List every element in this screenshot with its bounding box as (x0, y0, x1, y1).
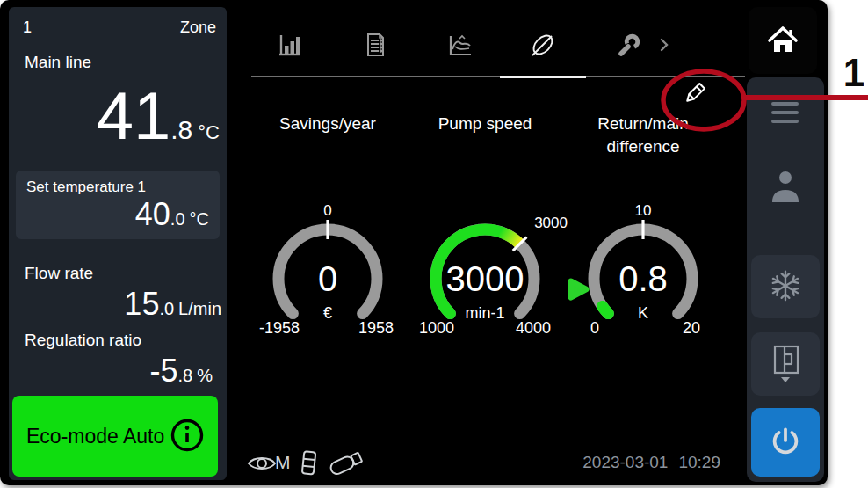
gauge-marker-arrow-icon (567, 276, 591, 302)
svg-text:0: 0 (590, 319, 599, 337)
main-line-value: 41 .8 °C (97, 83, 220, 149)
date-text: 2023-03-01 (582, 453, 668, 472)
svg-text:4000: 4000 (516, 319, 551, 337)
svg-text:1958: 1958 (358, 319, 394, 337)
bar-chart-icon (276, 31, 304, 62)
datetime: 2023-03-01 10:29 (562, 453, 720, 472)
power-button[interactable] (751, 408, 820, 477)
leaf-icon (528, 30, 558, 62)
regulation-ratio-value: -5 .8 % (150, 355, 213, 387)
svg-text:20: 20 (683, 319, 700, 337)
regulation-ratio-unit: % (197, 366, 213, 386)
zones-floorplan-icon (767, 342, 804, 387)
zone-header: 1 Zone (23, 18, 216, 37)
zones-button[interactable] (751, 332, 820, 396)
tab-settings[interactable] (607, 25, 649, 67)
set-temperature-box[interactable]: Set temperature 1 40 .0 °C (16, 171, 220, 239)
savings-gauge: 00€-19581958 (262, 204, 394, 345)
mode-letter: M (275, 452, 291, 473)
info-icon[interactable] (169, 417, 206, 456)
set-temperature-label: Set temperature 1 (26, 178, 146, 196)
zone-status-panel: 1 Zone Main line 41 .8 °C Set temperatur… (9, 7, 227, 480)
gauge-title-return-main: Return/main difference (568, 113, 718, 158)
svg-text:3000: 3000 (446, 259, 524, 298)
main-line-value-dec: .8 (170, 115, 192, 145)
menu-icon (771, 102, 799, 106)
home-icon (764, 22, 801, 60)
svg-text:-1958: -1958 (259, 319, 300, 337)
wrench-icon (614, 31, 642, 62)
document-icon (362, 31, 388, 62)
tab-reports[interactable] (354, 25, 396, 67)
zone-label: Zone (180, 18, 216, 37)
svg-text:3000: 3000 (534, 215, 568, 231)
tab-eco[interactable] (522, 25, 564, 67)
screenshot-stage: 1 Zone Main line 41 .8 °C Set temperatur… (0, 0, 868, 488)
usb-drive-icon (326, 448, 366, 480)
regulation-ratio-label: Regulation ratio (25, 331, 141, 350)
svg-text:0: 0 (318, 259, 337, 298)
flow-rate-value-dec: .0 (159, 299, 174, 319)
svg-text:€: € (323, 304, 332, 322)
active-tab-indicator (500, 76, 586, 78)
menu-button[interactable] (771, 102, 799, 128)
user-button[interactable] (769, 169, 802, 206)
eco-mode-label: Eco-mode Auto (26, 425, 164, 448)
gauge-title-savings: Savings/year (253, 113, 402, 135)
flow-rate-label: Flow rate (25, 264, 93, 283)
time-text: 10:29 (678, 453, 720, 472)
main-line-unit: °C (198, 121, 220, 144)
device-screen: 1 Zone Main line 41 .8 °C Set temperatur… (0, 0, 828, 485)
tab-trends[interactable] (438, 25, 481, 67)
pencil-icon (679, 79, 709, 112)
defrost-button[interactable] (751, 255, 820, 318)
set-temperature-unit: °C (190, 209, 209, 229)
pump-speed-gauge: 30003000min-110004000 (419, 204, 551, 345)
flow-rate-unit: L/min (178, 299, 221, 319)
eco-mode-button[interactable]: Eco-mode Auto (12, 396, 218, 477)
flow-rate-value-int: 15 (124, 288, 159, 320)
svg-text:10: 10 (635, 202, 652, 219)
svg-text:0.8: 0.8 (618, 259, 668, 298)
zone-number: 1 (23, 18, 32, 37)
snowflake-icon (767, 267, 804, 307)
svg-text:min-1: min-1 (465, 304, 504, 322)
power-icon (767, 423, 804, 463)
set-temperature-value-int: 40 (135, 199, 170, 230)
return-difference-gauge: 100.8K020 (577, 204, 709, 345)
annotation-number: 1 (835, 51, 868, 95)
module-icon (300, 450, 320, 480)
edit-button[interactable] (678, 79, 710, 111)
tabs-more-button[interactable] (648, 25, 680, 67)
svg-text:K: K (638, 304, 648, 322)
main-line-value-int: 41 (97, 83, 171, 149)
regulation-ratio-value-int: -5 (150, 355, 178, 387)
flow-rate-value: 15 .0 L/min (124, 288, 221, 320)
home-button[interactable] (749, 7, 817, 74)
tabbar-divider (251, 76, 745, 77)
set-temperature-value: 40 .0 °C (135, 199, 209, 230)
tab-statistics[interactable] (269, 25, 311, 67)
chevron-right-icon (658, 37, 670, 55)
sidebar (747, 77, 824, 482)
gauge-title-pump-speed: Pump speed (410, 113, 560, 135)
svg-text:1000: 1000 (419, 319, 454, 337)
set-temperature-value-dec: .0 (170, 209, 185, 229)
trend-chart-icon (445, 31, 474, 62)
user-icon (769, 195, 802, 208)
svg-text:0: 0 (323, 202, 331, 219)
regulation-ratio-value-dec: .8 (178, 366, 193, 386)
main-line-label: Main line (25, 53, 91, 72)
eye-icon (247, 453, 277, 477)
